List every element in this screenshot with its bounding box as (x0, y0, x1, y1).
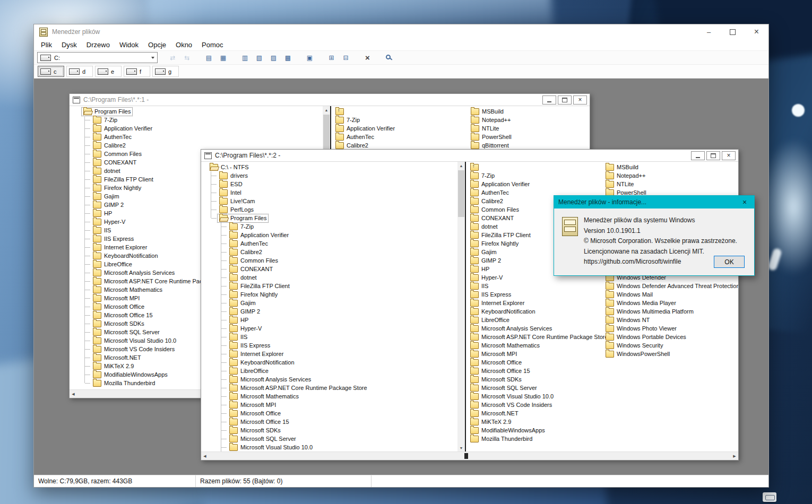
menu-item-opcje[interactable]: Opcje (143, 41, 171, 49)
file-item[interactable] (470, 163, 481, 171)
minimize-button[interactable] (542, 95, 556, 105)
tree-item[interactable]: Microsoft ASP.NET Core Runtime Package S… (201, 384, 457, 392)
file-item[interactable]: FileZilla FTP Client (470, 231, 531, 239)
file-item[interactable]: LibreOffice (470, 316, 509, 324)
tree-item[interactable]: Live!Cam (201, 197, 457, 205)
scroll-left-arrow[interactable] (70, 390, 77, 398)
file-item[interactable]: AuthenTec (335, 133, 374, 141)
paste-button[interactable] (339, 53, 352, 63)
tree-item[interactable]: Microsoft SDKs (201, 426, 457, 435)
sort-by-name-button[interactable] (238, 53, 252, 63)
tree-item[interactable]: KeyboardNotification (201, 358, 457, 367)
file-item[interactable]: qBittorrent (471, 141, 509, 150)
file-item[interactable]: NTLite (471, 124, 499, 133)
sort-by-type-button[interactable] (253, 53, 266, 63)
tree-item[interactable]: AuthenTec (201, 239, 457, 248)
menu-item-okno[interactable]: Okno (171, 41, 197, 49)
minimize-button[interactable] (697, 24, 721, 39)
ok-button[interactable]: OK (714, 256, 745, 268)
file-item[interactable]: Windows Mail (606, 290, 653, 299)
tree-item[interactable]: HP (201, 316, 457, 324)
child-titlebar[interactable]: C:\Program Files\*.*:2 - (201, 150, 738, 162)
file-item[interactable]: Microsoft ASP.NET Core Runtime Package S… (470, 333, 608, 341)
copy-button[interactable] (325, 53, 338, 63)
drive-e-button[interactable]: e (95, 66, 122, 77)
horizontal-scrollbar[interactable] (201, 451, 738, 460)
file-item[interactable]: Windows Security (606, 341, 663, 350)
drive-f-button[interactable]: f (124, 66, 150, 77)
scroll-right-arrow[interactable] (731, 453, 738, 460)
file-item[interactable]: PowerShell (471, 133, 512, 141)
file-item[interactable]: Windows Portable Devices (606, 333, 686, 341)
tree-item[interactable]: C:\ - NTFS (201, 163, 457, 171)
tree-item[interactable]: Microsoft Analysis Services (201, 375, 457, 384)
file-item[interactable]: CONEXANT (470, 214, 514, 222)
file-item[interactable]: Mozilla Thunderbird (470, 435, 532, 443)
file-item[interactable]: Microsoft SDKs (470, 375, 522, 384)
tree-item[interactable]: 7-Zip (70, 116, 323, 124)
tree-item[interactable]: IIS Express (201, 341, 457, 350)
file-item[interactable]: Microsoft Office (470, 358, 522, 367)
file-item[interactable]: 7-Zip (335, 116, 360, 124)
tree-item[interactable]: Microsoft MPI (201, 401, 457, 409)
vertical-scrollbar[interactable] (457, 162, 465, 451)
file-item[interactable]: Calibre2 (335, 141, 368, 150)
tree-item[interactable]: ESD (201, 180, 457, 188)
tree-item[interactable]: Common Files (201, 256, 457, 265)
file-item[interactable]: Notepad++ (471, 116, 511, 124)
tree-item[interactable]: 7-Zip (201, 222, 457, 231)
tree-item[interactable]: FileZilla FTP Client (201, 282, 457, 290)
file-item[interactable]: WindowsPowerShell (606, 350, 670, 358)
tree-item[interactable]: Calibre2 (70, 141, 323, 150)
file-item[interactable]: ModifiableWindowsApps (470, 426, 545, 435)
permissions-button[interactable] (383, 53, 396, 63)
tree-item[interactable]: Application Verifier (201, 231, 457, 239)
file-item[interactable]: Microsoft.NET (470, 409, 519, 418)
delete-button[interactable] (361, 53, 374, 63)
file-item[interactable]: Microsoft Office 15 (470, 367, 530, 375)
menu-item-plik[interactable]: Plik (36, 41, 57, 49)
tree-item[interactable]: Microsoft Office 15 (201, 418, 457, 426)
details-view-button[interactable] (217, 53, 230, 63)
maximize-button[interactable] (706, 151, 720, 160)
file-item[interactable]: Common Files (470, 205, 519, 214)
tree-item[interactable]: GIMP 2 (201, 307, 457, 316)
file-item[interactable]: 7-Zip (470, 171, 495, 180)
sort-by-size-button[interactable] (267, 53, 280, 63)
scroll-left-arrow[interactable] (201, 453, 209, 460)
tree-item[interactable]: Program Files (201, 214, 457, 222)
close-button[interactable] (573, 95, 587, 105)
drive-g-button[interactable]: g (152, 66, 179, 77)
file-item[interactable]: Microsoft VS Code Insiders (470, 401, 552, 409)
drive-c-button[interactable]: c (38, 66, 64, 77)
tree-item[interactable]: Internet Explorer (201, 350, 457, 358)
tree-item[interactable]: Hyper-V (201, 324, 457, 333)
close-button[interactable] (745, 24, 768, 39)
tree-item[interactable]: Microsoft Mathematics (201, 392, 457, 401)
maximize-button[interactable] (558, 95, 572, 105)
file-item[interactable]: Windows NT (606, 316, 650, 324)
tree-item[interactable]: Microsoft Office (201, 409, 457, 418)
file-item[interactable]: Firefox Nightly (470, 239, 519, 248)
file-item[interactable]: dotnet (470, 222, 498, 231)
file-item[interactable]: Windows Media Player (606, 299, 676, 307)
file-item[interactable]: Windows Multimedia Platform (606, 307, 694, 316)
desktop-widget[interactable] (763, 492, 776, 502)
menu-item-dysk[interactable]: Dysk (57, 41, 82, 49)
tree-item[interactable]: Calibre2 (201, 248, 457, 256)
file-item[interactable] (335, 107, 347, 116)
file-item[interactable]: GIMP 2 (470, 256, 501, 265)
tree-item[interactable]: Intel (201, 188, 457, 197)
file-item[interactable]: Microsoft Mathematics (470, 341, 540, 350)
file-item[interactable]: KeyboardNotification (470, 307, 535, 316)
file-item[interactable]: Application Verifier (335, 124, 395, 133)
file-item[interactable]: Gajim (470, 248, 497, 256)
menu-item-drzewo[interactable]: Drzewo (82, 41, 115, 49)
tree-item[interactable]: Gajim (201, 299, 457, 307)
scroll-up-arrow[interactable] (457, 162, 465, 169)
file-item[interactable]: MSBuild (606, 163, 638, 171)
new-window-button[interactable] (303, 53, 316, 63)
file-item[interactable]: Internet Explorer (470, 299, 524, 307)
scrollbar-thumb[interactable] (458, 170, 464, 217)
sort-by-date-button[interactable] (281, 53, 295, 63)
